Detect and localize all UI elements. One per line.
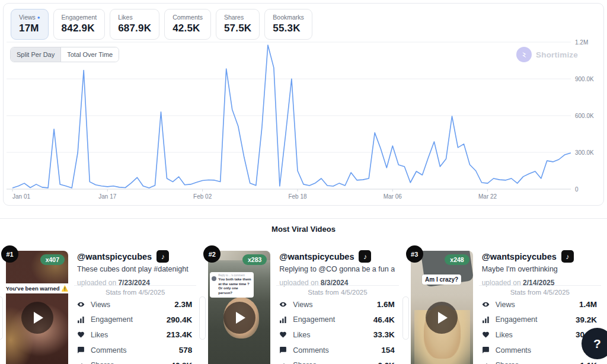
comment-icon <box>279 346 287 355</box>
shortimize-logo-icon <box>516 47 532 62</box>
stat-rows: Views 2.3M Engagement 290.4K Likes 213.4… <box>77 297 192 364</box>
watermark-label: Shortimize <box>536 50 578 59</box>
y-axis-label: 300.0K <box>575 149 594 156</box>
x-axis-label: Feb 18 <box>288 193 307 200</box>
video-caption: Maybe I'm overthinking <box>482 265 597 273</box>
video-card-3: #3 x248 Am I crazy? @wantspicycubes ♪ Ma… <box>405 245 607 364</box>
stats-divider <box>479 285 601 286</box>
chip-comments[interactable]: Comments 42.5K <box>164 9 211 40</box>
commenter-avatar <box>212 276 216 281</box>
eye-icon <box>279 301 287 309</box>
x-axis-label: Mar 22 <box>478 193 497 200</box>
chip-bookmarks[interactable]: Bookmarks 55.3K <box>264 9 312 40</box>
stat-row-views: Views 2.3M <box>77 297 192 312</box>
stat-row-comments: Comments 578 <box>77 343 192 358</box>
stat-row-engagement: Engagement 39.2K <box>482 312 597 328</box>
x-axis-label: Feb 02 <box>193 193 212 200</box>
carousel-card-edge <box>402 296 409 340</box>
multiplier-badge: x407 <box>40 254 65 265</box>
x-axis-label: Jan 01 <box>12 193 30 200</box>
x-axis-label: Mar 06 <box>384 193 402 200</box>
thumbnail-caption-overlay: You've been warned ⚠️ <box>6 283 68 293</box>
viral-video-cards: #1 x407 You've been warned ⚠️ @wantspicy… <box>0 245 607 364</box>
stats-from-label: Stats from 4/5/2025 <box>74 289 196 296</box>
viral-section-title: Most Viral Videos <box>0 225 607 234</box>
stats-divider <box>276 285 398 286</box>
rank-badge: #3 <box>406 245 423 263</box>
y-axis-label: 900.0K <box>575 76 594 82</box>
video-card-1: #1 x407 You've been warned ⚠️ @wantspicy… <box>0 245 202 364</box>
video-thumbnail[interactable]: x407 You've been warned ⚠️ <box>6 251 68 364</box>
username-link[interactable]: @wantspicycubes <box>77 252 152 261</box>
x-axis-label: Jan 17 <box>98 193 116 200</box>
tiktok-icon: ♪ <box>359 250 371 263</box>
stat-row-likes: Likes 213.4K <box>77 327 192 343</box>
heart-icon <box>77 331 85 339</box>
chip-engagement[interactable]: Engagement 842.9K <box>53 9 106 40</box>
stat-row-comments: Comments 543 <box>482 343 597 358</box>
stat-row-views: Views 1.4M <box>482 297 597 312</box>
bar-chart-icon <box>279 315 287 324</box>
rank-badge: #1 <box>1 245 18 263</box>
play-button[interactable] <box>21 302 53 334</box>
active-dot-icon: ● <box>37 15 40 20</box>
stat-row-shares: Shares 46.8K <box>77 357 192 364</box>
play-icon <box>34 312 43 324</box>
video-caption: These cubes dont play #datenight <box>77 265 192 273</box>
shortimize-watermark: Shortimize <box>516 47 578 62</box>
comment-icon <box>482 346 490 355</box>
reply-comment-overlay: Reply to ...'s comment You both take the… <box>210 272 254 298</box>
play-button[interactable] <box>223 302 255 334</box>
y-axis-label: 1.2M <box>575 39 588 46</box>
section-divider <box>0 218 607 219</box>
thumbnail-caption-overlay: Am I crazy? <box>422 274 461 285</box>
eye-icon <box>77 301 85 309</box>
chip-views-value: 17M <box>19 23 40 34</box>
analytics-panel: Views ● 17M Engagement 842.9K Likes 687.… <box>3 3 604 206</box>
play-button[interactable] <box>426 302 458 334</box>
play-icon <box>438 312 448 324</box>
username-link[interactable]: @wantspicycubes <box>279 252 354 261</box>
video-thumbnail[interactable]: x283 Reply to ...'s comment You both tak… <box>208 251 270 364</box>
stat-rows: Views 1.6M Engagement 46.4K Likes 33.3K … <box>279 297 394 364</box>
eye-icon <box>482 301 490 309</box>
tiktok-icon: ♪ <box>561 250 574 263</box>
chip-views-label: Views ● <box>19 14 40 21</box>
video-card-2: #2 x283 Reply to ...'s comment You both … <box>202 245 404 364</box>
stat-row-shares: Shares 1.1K <box>482 357 597 364</box>
video-caption: Replying to @CO gonna be a fun afternoo.… <box>279 265 394 273</box>
stat-row-engagement: Engagement 290.4K <box>77 312 192 328</box>
play-icon <box>236 312 245 324</box>
comment-icon <box>77 346 85 355</box>
carousel-card-edge <box>0 296 3 340</box>
username-link[interactable]: @wantspicycubes <box>482 252 557 261</box>
stat-rows: Views 1.4M Engagement 39.2K Likes 30.4K … <box>482 297 597 364</box>
video-thumbnail[interactable]: x248 Am I crazy? <box>411 251 473 364</box>
metric-chips: Views ● 17M Engagement 842.9K Likes 687.… <box>11 9 312 40</box>
carousel-card-edge <box>199 296 206 340</box>
stat-row-comments: Comments 154 <box>279 343 394 358</box>
stat-row-likes: Likes 30.4K <box>482 327 597 343</box>
chip-views[interactable]: Views ● 17M <box>11 9 49 40</box>
stats-from-label: Stats from 4/5/2025 <box>276 289 398 296</box>
share-icon <box>482 361 490 364</box>
chip-likes[interactable]: Likes 687.9K <box>110 9 159 40</box>
stat-row-likes: Likes 33.3K <box>279 327 394 343</box>
y-axis-label: 0 <box>575 186 579 193</box>
heart-icon <box>279 331 287 339</box>
stats-divider <box>74 285 196 286</box>
tab-total-over-time[interactable]: Total Over Time <box>60 47 119 62</box>
tiktok-icon: ♪ <box>156 250 169 263</box>
y-axis-label: 600.0K <box>575 113 594 119</box>
views-line-series <box>12 45 571 188</box>
chart-mode-toggle: Split Per Day Total Over Time <box>10 47 119 62</box>
tab-split-per-day[interactable]: Split Per Day <box>11 47 60 62</box>
bar-chart-icon <box>482 315 490 324</box>
stat-row-shares: Shares 6.6K <box>279 357 394 364</box>
share-icon <box>77 361 85 364</box>
stat-row-views: Views 1.6M <box>279 297 394 312</box>
stats-from-label: Stats from 4/5/2025 <box>479 289 601 296</box>
bar-chart-icon <box>77 315 85 324</box>
multiplier-badge: x283 <box>242 254 267 265</box>
chip-shares[interactable]: Shares 57.5K <box>216 9 260 40</box>
